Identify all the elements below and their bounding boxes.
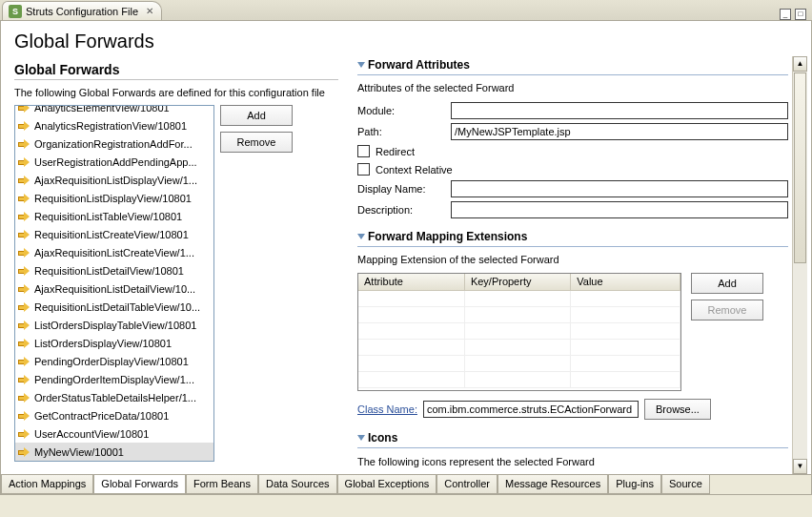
description-input[interactable] (451, 201, 788, 218)
editor-tab-struts-config[interactable]: S Struts Configuration File ✕ (2, 1, 162, 20)
close-icon[interactable]: ✕ (146, 6, 153, 16)
forward-arrow-icon (18, 429, 30, 439)
redirect-checkbox[interactable] (357, 145, 370, 157)
scroll-thumb[interactable] (794, 72, 806, 263)
class-name-link[interactable]: Class Name: (357, 403, 417, 415)
table-row[interactable] (358, 291, 680, 307)
forward-list-item[interactable]: PendingOrderDisplayView/10801 (15, 352, 213, 370)
forward-arrow-icon (18, 357, 30, 366)
twisty-icon (357, 435, 365, 441)
forward-arrow-icon (18, 339, 30, 348)
forward-arrow-icon (18, 230, 30, 239)
path-input[interactable] (451, 123, 788, 140)
right-scroll-area[interactable]: Forward Attributes Attributes of the sel… (357, 56, 792, 474)
editor-tab-bar: S Struts Configuration File ✕ _ □ (0, 0, 812, 21)
maximize-icon[interactable]: □ (795, 9, 806, 20)
bottom-tab[interactable]: Action Mappings (1, 475, 93, 494)
forward-list-label: AjaxRequisitionListDisplayView/1... (34, 175, 197, 186)
table-row[interactable] (358, 356, 680, 372)
bottom-tab[interactable]: Source (661, 475, 710, 494)
forwards-list[interactable]: AnalyticsElementView/10801AnalyticsRegis… (14, 105, 214, 462)
table-row[interactable] (358, 307, 680, 323)
forward-list-item[interactable]: RequisitionListDisplayView/10801 (15, 189, 213, 207)
add-mapping-button[interactable]: Add (691, 273, 763, 294)
forward-list-item[interactable]: AjaxRequisitionListDetailView/10... (15, 279, 213, 298)
forward-list-item[interactable]: AnalyticsElementView/10801 (15, 105, 213, 116)
forward-list-item[interactable]: PendingOrderItemDisplayView/1... (15, 370, 213, 388)
vertical-scrollbar[interactable]: ▲ ▼ (792, 56, 807, 474)
bottom-tab[interactable]: Plug-ins (608, 475, 661, 494)
remove-forward-button[interactable]: Remove (220, 132, 293, 153)
forward-list-item[interactable]: MyNewView/10001 (15, 443, 213, 461)
browse-button[interactable]: Browse... (644, 399, 711, 420)
left-section-title: Global Forwards (14, 56, 338, 79)
minimize-icon[interactable]: _ (780, 9, 791, 20)
forward-arrow-icon (18, 393, 30, 403)
forward-arrow-icon (18, 447, 30, 457)
bottom-tab[interactable]: Data Sources (258, 475, 337, 494)
forward-list-item[interactable]: RequisitionListDetailView/10801 (15, 261, 213, 279)
scroll-down-icon[interactable]: ▼ (793, 459, 807, 474)
forward-arrow-icon (18, 105, 30, 113)
remove-mapping-button[interactable]: Remove (691, 300, 763, 321)
table-row[interactable] (358, 323, 680, 340)
forward-list-item[interactable]: ListOrdersDisplayTableView/10801 (15, 316, 213, 334)
context-relative-checkbox[interactable] (357, 163, 370, 176)
left-section-desc: The following Global Forwards are define… (14, 86, 338, 105)
attr-subtitle: Attributes of the selected Forward (357, 81, 788, 100)
forward-list-item[interactable]: AjaxRequisitionListCreateView/1... (15, 243, 213, 261)
forward-list-item[interactable]: OrderStatusTableDetailsHelper/1... (15, 388, 213, 406)
forward-list-item[interactable]: GetContractPriceData/10801 (15, 406, 213, 424)
mapping-subtitle: Mapping Extension of the selected Forwar… (357, 253, 788, 272)
forward-list-label: RequisitionListCreateView/10801 (34, 229, 189, 240)
forward-arrow-icon (18, 157, 30, 167)
display-name-label: Display Name: (357, 183, 443, 195)
forward-list-label: AnalyticsRegistrationView/10801 (34, 120, 187, 132)
page-title: Global Forwards (1, 21, 811, 56)
mapping-table[interactable]: Attribute Key/Property Value (357, 273, 681, 391)
bottom-tab[interactable]: Global Forwards (93, 475, 186, 494)
forward-list-label: OrderStatusTableDetailsHelper/1... (34, 392, 196, 403)
scroll-up-icon[interactable]: ▲ (793, 56, 807, 72)
icons-header[interactable]: Icons (357, 429, 788, 447)
forward-attributes-header[interactable]: Forward Attributes (357, 56, 788, 74)
bottom-tab[interactable]: Form Beans (186, 475, 258, 494)
forward-list-item[interactable]: RequisitionListTableView/10801 (15, 207, 213, 225)
forward-arrow-icon (18, 302, 30, 312)
redirect-checkbox-row[interactable]: Redirect (357, 142, 788, 160)
bottom-tab-bar: Action MappingsGlobal ForwardsForm Beans… (1, 474, 811, 494)
forward-list-label: RequisitionListDetailView/10801 (34, 265, 184, 277)
forward-list-item[interactable]: RequisitionListDetailTableView/10... (15, 298, 213, 316)
forward-list-item[interactable]: UserAccountView/10801 (15, 424, 213, 443)
forward-list-label: RequisitionListDetailTableView/10... (34, 301, 200, 313)
col-value[interactable]: Value (571, 274, 680, 291)
class-name-input[interactable] (423, 401, 639, 418)
table-row[interactable] (358, 340, 680, 356)
forward-arrow-icon (18, 121, 30, 131)
bottom-tab[interactable]: Controller (436, 475, 497, 494)
forward-list-item[interactable]: AjaxRequisitionListDisplayView/1... (15, 171, 213, 189)
forward-list-item[interactable]: RequisitionListCreateView/10801 (15, 225, 213, 243)
forward-list-item[interactable]: AnalyticsRegistrationView/10801 (15, 116, 213, 134)
mapping-extensions-header[interactable]: Forward Mapping Extensions (357, 228, 788, 246)
struts-file-icon: S (9, 5, 22, 18)
forward-list-label: OrganizationRegistrationAddFor... (34, 138, 193, 150)
table-row[interactable] (358, 372, 680, 388)
forward-list-item[interactable]: OrganizationRegistrationAddFor... (15, 134, 213, 153)
bottom-tab[interactable]: Message Resources (497, 475, 608, 494)
forward-list-item[interactable]: ListOrdersDisplayView/10801 (15, 334, 213, 352)
col-attribute[interactable]: Attribute (358, 274, 464, 291)
forward-list-label: GetContractPriceData/10801 (34, 410, 169, 422)
twisty-icon (357, 234, 365, 239)
forward-arrow-icon (18, 321, 30, 330)
add-forward-button[interactable]: Add (220, 105, 293, 126)
forward-list-label: ListOrdersDisplayTableView/10801 (34, 320, 196, 331)
description-label: Description: (357, 204, 443, 216)
module-input[interactable] (451, 102, 788, 119)
forward-list-item[interactable]: UserRegistrationAddPendingApp... (15, 153, 213, 171)
display-name-input[interactable] (451, 180, 788, 197)
context-relative-checkbox-row[interactable]: Context Relative (357, 160, 788, 178)
forward-arrow-icon (18, 284, 30, 294)
col-key[interactable]: Key/Property (464, 274, 570, 291)
bottom-tab[interactable]: Global Exceptions (337, 475, 437, 494)
